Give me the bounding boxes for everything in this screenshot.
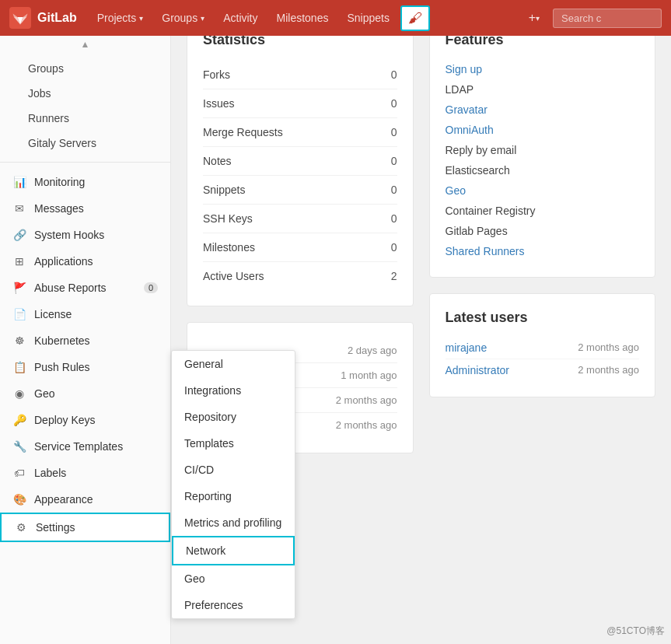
content-right: Features Sign upLDAPGravatarOmniAuthRepl… — [429, 16, 656, 469]
sidebar-item-jobs[interactable]: Jobs — [0, 81, 170, 106]
dropdown-item[interactable]: Integrations — [172, 377, 295, 404]
labels-icon: 🏷 — [12, 467, 26, 479]
user-time: 2 months ago — [578, 341, 639, 354]
feature-item[interactable]: Shared Runners — [446, 241, 640, 261]
table-row: Forks0 — [203, 61, 397, 89]
system-hooks-icon: 🔗 — [12, 229, 26, 241]
chevron-down-icon: ▾ — [536, 14, 540, 23]
feature-item: Gitlab Pages — [446, 221, 640, 241]
activity-time: 2 months ago — [336, 394, 397, 406]
gitlab-logo-icon — [9, 7, 31, 29]
sidebar-item-applications[interactable]: ⊞ Applications — [0, 248, 170, 275]
sidebar: ▲ Groups Jobs Runners Gitaly Servers 📊 M… — [0, 36, 171, 485]
feature-item[interactable]: Geo — [446, 180, 640, 201]
sidebar-section-main: 📊 Monitoring ✉ Messages 🔗 System Hooks ⊞… — [0, 166, 170, 485]
nav-snippets[interactable]: Snippets — [339, 7, 397, 29]
sidebar-item-system-hooks[interactable]: 🔗 System Hooks — [0, 222, 170, 248]
settings-dropdown: GeneralIntegrationsRepositoryTemplatesCI… — [171, 350, 295, 485]
table-row: SSH Keys0 — [203, 205, 397, 233]
dropdown-item[interactable]: Repository — [172, 404, 295, 430]
feature-item[interactable]: OmniAuth — [446, 120, 640, 140]
table-row: Merge Requests0 — [203, 118, 397, 147]
sidebar-item-messages[interactable]: ✉ Messages — [0, 195, 170, 222]
service-templates-icon: 🔧 — [12, 440, 26, 453]
sidebar-section-top: Groups Jobs Runners Gitaly Servers — [0, 53, 170, 159]
table-row: Milestones0 — [203, 233, 397, 262]
dropdown-item[interactable]: Templates — [172, 430, 295, 457]
feature-item[interactable]: Sign up — [446, 59, 640, 79]
feature-item: Elasticsearch — [446, 160, 640, 180]
chevron-down-icon: ▾ — [201, 14, 204, 23]
monitoring-icon: 📊 — [12, 176, 26, 188]
table-row: Snippets0 — [203, 176, 397, 205]
features-card: Features Sign upLDAPGravatarOmniAuthRepl… — [429, 16, 656, 278]
statistics-card: Statistics Forks0Issues0Merge Requests0N… — [187, 16, 414, 306]
statistics-table: Forks0Issues0Merge Requests0Notes0Snippe… — [203, 61, 397, 290]
user-name-link[interactable]: mirajane — [446, 341, 488, 354]
paintbrush-icon: 🖌 — [408, 10, 422, 26]
activity-time: 2 days ago — [348, 345, 397, 356]
feature-item: Container Registry — [446, 201, 640, 221]
dropdown-item[interactable]: General — [172, 351, 295, 377]
navbar-right: + ▾ — [522, 5, 662, 30]
sidebar-item-geo[interactable]: ◉ Geo — [0, 380, 170, 407]
nav-milestones[interactable]: Milestones — [269, 7, 337, 29]
dropdown-item[interactable]: CI/CD — [172, 457, 295, 483]
sidebar-divider — [0, 162, 170, 163]
nav-groups[interactable]: Groups ▾ — [154, 7, 212, 29]
user-time: 2 months ago — [578, 364, 639, 376]
latest-users-title: Latest users — [446, 310, 640, 326]
user-name-link[interactable]: Administrator — [446, 364, 509, 376]
top-navbar: GitLab Projects ▾ Groups ▾ Activity Mile… — [0, 0, 671, 36]
plus-icon: + — [529, 11, 536, 25]
applications-icon: ⊞ — [12, 255, 26, 268]
abuse-reports-badge: 0 — [144, 282, 158, 293]
sidebar-item-groups[interactable]: Groups — [0, 56, 170, 81]
nav-projects[interactable]: Projects ▾ — [89, 7, 152, 29]
nav-paintbrush[interactable]: 🖌 — [400, 5, 430, 31]
sidebar-item-monitoring[interactable]: 📊 Monitoring — [0, 169, 170, 195]
latest-users-card: Latest users mirajane2 months agoAdminis… — [429, 293, 656, 397]
feature-item: LDAP — [446, 79, 640, 100]
user-row: Administrator2 months ago — [446, 359, 640, 381]
sidebar-item-labels[interactable]: 🏷 Labels — [0, 460, 170, 485]
dropdown-item[interactable]: Reporting — [172, 483, 295, 485]
abuse-reports-icon: 🚩 — [12, 282, 26, 294]
brand[interactable]: GitLab — [9, 7, 77, 29]
nav-links: Projects ▾ Groups ▾ Activity Milestones … — [89, 5, 430, 31]
sidebar-item-runners[interactable]: Runners — [0, 106, 170, 131]
geo-icon: ◉ — [12, 387, 26, 400]
sidebar-item-deploy-keys[interactable]: 🔑 Deploy Keys — [0, 407, 170, 433]
sidebar-item-gitaly[interactable]: Gitaly Servers — [0, 131, 170, 156]
table-row: Issues0 — [203, 89, 397, 118]
sidebar-item-license[interactable]: 📄 License — [0, 301, 170, 327]
sidebar-item-push-rules[interactable]: 📋 Push Rules — [0, 354, 170, 380]
activity-time: 2 months ago — [336, 419, 397, 431]
sidebar-item-service-templates[interactable]: 🔧 Service Templates — [0, 433, 170, 460]
activity-time: 1 month ago — [341, 369, 397, 381]
table-row: Notes0 — [203, 147, 397, 176]
user-row: mirajane2 months ago — [446, 337, 640, 359]
feature-item: Reply by email — [446, 140, 640, 160]
scroll-indicator: ▲ — [0, 36, 170, 53]
nav-activity[interactable]: Activity — [215, 7, 265, 29]
sidebar-item-abuse-reports[interactable]: 🚩 Abuse Reports 0 — [0, 275, 170, 301]
deploy-keys-icon: 🔑 — [12, 414, 26, 426]
kubernetes-icon: ☸ — [12, 334, 26, 347]
push-rules-icon: 📋 — [12, 361, 26, 373]
plus-button[interactable]: + ▾ — [522, 5, 547, 30]
sidebar-item-kubernetes[interactable]: ☸ Kubernetes — [0, 327, 170, 354]
table-row: Active Users2 — [203, 262, 397, 291]
messages-icon: ✉ — [12, 202, 26, 215]
search-input[interactable] — [553, 9, 662, 28]
feature-item[interactable]: Gravatar — [446, 100, 640, 120]
license-icon: 📄 — [12, 308, 26, 320]
chevron-down-icon: ▾ — [139, 14, 143, 23]
